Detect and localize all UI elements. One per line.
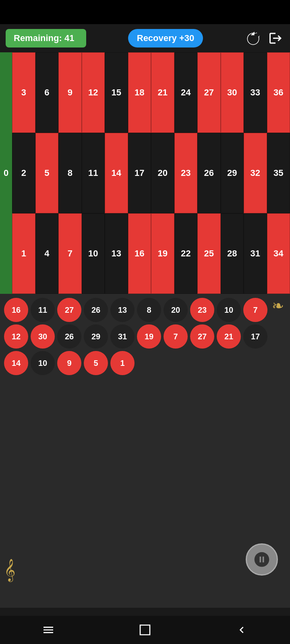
- cell-19[interactable]: 19: [151, 213, 174, 294]
- cell-21[interactable]: 21: [151, 52, 174, 133]
- numbers-grid: 3691215182124273033362581114172023262932…: [12, 52, 290, 294]
- cell-5[interactable]: 5: [35, 133, 59, 213]
- exit-icon[interactable]: [267, 29, 284, 47]
- ball-27[interactable]: 27: [190, 324, 214, 349]
- ball-26[interactable]: 26: [57, 324, 81, 349]
- cell-34[interactable]: 34: [267, 213, 290, 294]
- ball-1[interactable]: 1: [110, 351, 135, 375]
- cell-1[interactable]: 1: [12, 213, 35, 294]
- ball-7[interactable]: 7: [243, 298, 267, 322]
- cell-26[interactable]: 26: [197, 133, 221, 213]
- cell-4[interactable]: 4: [35, 213, 59, 294]
- roulette-grid: 0 36912151821242730333625811141720232629…: [0, 52, 290, 294]
- history-section: ❧ 16112726138202310712302629311972721171…: [0, 294, 290, 386]
- ball-7[interactable]: 7: [164, 324, 188, 349]
- header-icons: [245, 29, 284, 47]
- history-row-2: 1410951: [4, 351, 286, 375]
- ball-26[interactable]: 26: [84, 298, 108, 322]
- zero-cell[interactable]: 0: [0, 52, 12, 294]
- ball-5[interactable]: 5: [84, 351, 108, 375]
- cell-25[interactable]: 25: [197, 213, 221, 294]
- cell-3[interactable]: 3: [12, 52, 35, 133]
- ball-23[interactable]: 23: [190, 298, 214, 322]
- cell-17[interactable]: 17: [128, 133, 151, 213]
- ball-11[interactable]: 11: [31, 298, 55, 322]
- home-nav-icon[interactable]: [135, 620, 155, 640]
- cell-31[interactable]: 31: [244, 213, 267, 294]
- history-area: ❧ 16112726138202310712302629311972721171…: [0, 294, 290, 386]
- ball-27[interactable]: 27: [57, 298, 81, 322]
- cell-9[interactable]: 9: [58, 52, 82, 133]
- ball-17[interactable]: 17: [243, 324, 267, 349]
- cell-14[interactable]: 14: [105, 133, 128, 213]
- gold-decoration-tr: ❧: [266, 294, 290, 318]
- ball-10[interactable]: 10: [31, 351, 55, 375]
- cell-11[interactable]: 11: [82, 133, 105, 213]
- cell-20[interactable]: 20: [151, 133, 174, 213]
- cell-22[interactable]: 22: [174, 213, 198, 294]
- back-nav-icon[interactable]: [232, 620, 252, 640]
- history-row-0: 161127261382023107: [4, 298, 286, 322]
- cell-8[interactable]: 8: [58, 133, 82, 213]
- ball-21[interactable]: 21: [217, 324, 241, 349]
- ball-19[interactable]: 19: [137, 324, 161, 349]
- fab-button[interactable]: [246, 543, 278, 576]
- history-row-1: 1230262931197272117: [4, 324, 286, 349]
- app-header: Remaining: 41 Recovery +30: [0, 24, 290, 52]
- ball-30[interactable]: 30: [31, 324, 55, 349]
- cell-28[interactable]: 28: [221, 213, 244, 294]
- cell-33[interactable]: 33: [244, 52, 267, 133]
- ball-31[interactable]: 31: [110, 324, 135, 349]
- cell-10[interactable]: 10: [82, 213, 105, 294]
- ball-14[interactable]: 14: [4, 351, 28, 375]
- ball-12[interactable]: 12: [4, 324, 28, 349]
- cell-13[interactable]: 13: [105, 213, 128, 294]
- cell-23[interactable]: 23: [174, 133, 198, 213]
- bottom-nav: [0, 616, 290, 644]
- gold-decoration-bl: 𝄞: [4, 560, 15, 580]
- cell-36[interactable]: 36: [267, 52, 290, 133]
- cell-29[interactable]: 29: [221, 133, 244, 213]
- cell-32[interactable]: 32: [244, 133, 267, 213]
- cell-15[interactable]: 15: [105, 52, 128, 133]
- cell-30[interactable]: 30: [221, 52, 244, 133]
- ball-16[interactable]: 16: [4, 298, 28, 322]
- cell-6[interactable]: 6: [35, 52, 59, 133]
- cell-16[interactable]: 16: [128, 213, 151, 294]
- rotate-icon[interactable]: [245, 29, 263, 47]
- ball-9[interactable]: 9: [57, 351, 81, 375]
- ball-10[interactable]: 10: [217, 298, 241, 322]
- cell-24[interactable]: 24: [174, 52, 198, 133]
- cell-27[interactable]: 27: [197, 52, 221, 133]
- cell-35[interactable]: 35: [267, 133, 290, 213]
- ball-13[interactable]: 13: [110, 298, 135, 322]
- remaining-badge: Remaining: 41: [6, 29, 86, 47]
- ball-8[interactable]: 8: [137, 298, 161, 322]
- status-bar: [0, 0, 290, 24]
- cell-18[interactable]: 18: [128, 52, 151, 133]
- recovery-button[interactable]: Recovery +30: [128, 29, 203, 47]
- ball-29[interactable]: 29: [84, 324, 108, 349]
- bottom-area: 𝄞: [0, 386, 290, 608]
- cell-7[interactable]: 7: [58, 213, 82, 294]
- menu-nav-icon[interactable]: [38, 620, 58, 640]
- cell-12[interactable]: 12: [82, 52, 105, 133]
- cell-2[interactable]: 2: [12, 133, 35, 213]
- ball-20[interactable]: 20: [164, 298, 188, 322]
